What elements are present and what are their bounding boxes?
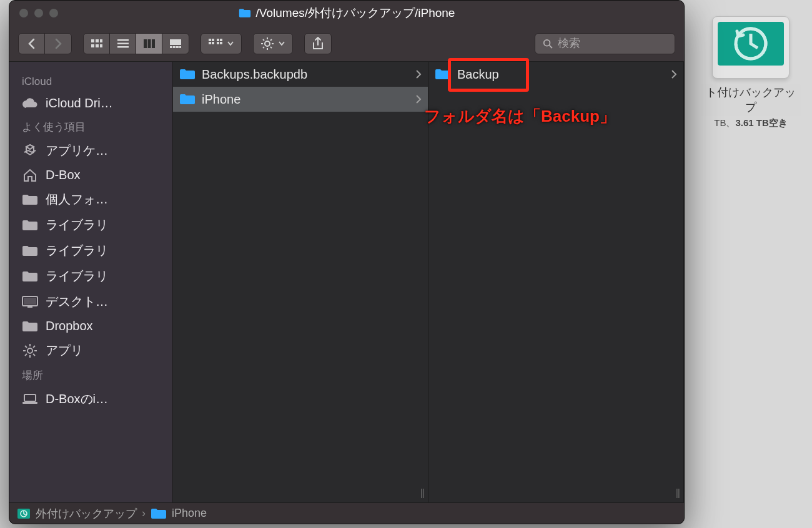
svg-rect-16 bbox=[176, 46, 179, 48]
svg-rect-17 bbox=[179, 46, 181, 48]
svg-rect-22 bbox=[217, 39, 219, 41]
view-mode-selector bbox=[83, 33, 189, 54]
sidebar-item[interactable]: アプリ bbox=[9, 338, 172, 363]
chevron-right-icon bbox=[415, 95, 422, 104]
search-input[interactable] bbox=[558, 37, 667, 50]
toolbar bbox=[9, 26, 684, 62]
sidebar-item[interactable]: ライブラリ bbox=[9, 238, 172, 263]
gear-icon bbox=[261, 37, 274, 50]
sidebar-item[interactable]: アプリケ… bbox=[9, 138, 172, 164]
svg-point-26 bbox=[265, 41, 270, 46]
svg-rect-21 bbox=[212, 42, 214, 44]
chevron-right-icon bbox=[54, 38, 62, 49]
folder-icon bbox=[22, 218, 38, 232]
svg-rect-12 bbox=[152, 39, 155, 48]
svg-line-45 bbox=[25, 346, 27, 348]
sidebar-item-label: アプリ bbox=[46, 342, 83, 359]
list-item[interactable]: Backups.backupdb bbox=[173, 62, 428, 87]
list-icon bbox=[117, 39, 129, 49]
view-icon-button[interactable] bbox=[84, 34, 110, 54]
share-button[interactable] bbox=[304, 33, 332, 54]
gallery-icon bbox=[169, 39, 182, 49]
time-machine-drive-icon bbox=[712, 16, 790, 79]
folder-icon bbox=[22, 270, 38, 283]
minimize-button[interactable] bbox=[34, 9, 43, 17]
sidebar-item-label: iCloud Dri… bbox=[46, 96, 113, 110]
sidebar-item[interactable]: 個人フォ… bbox=[9, 187, 172, 212]
sidebar-item[interactable]: iCloud Dri… bbox=[9, 92, 172, 115]
chevron-left-icon bbox=[27, 38, 36, 49]
tm-drive-icon bbox=[17, 508, 31, 519]
path-segment[interactable]: 外付けバックアップ bbox=[36, 506, 137, 521]
sidebar-item-label: ライブラリ bbox=[46, 242, 108, 259]
desktop-drive[interactable]: ト付けバックアップ TB、3.61 TB空き bbox=[701, 16, 801, 129]
search-icon bbox=[543, 38, 553, 49]
sidebar-item-label: ライブラリ bbox=[46, 217, 108, 233]
folder-icon bbox=[22, 193, 38, 207]
svg-rect-4 bbox=[91, 44, 94, 47]
svg-line-47 bbox=[33, 346, 35, 348]
svg-rect-25 bbox=[220, 42, 222, 44]
list-item-label: Backups.backupdb bbox=[202, 67, 307, 82]
chevron-down-icon bbox=[227, 41, 234, 46]
chevron-right-icon bbox=[415, 70, 422, 79]
svg-line-33 bbox=[270, 39, 272, 41]
sidebar-item-label: D-Box bbox=[46, 168, 81, 182]
folder-icon bbox=[22, 320, 38, 333]
forward-button[interactable] bbox=[45, 34, 71, 54]
sidebar-item[interactable]: ライブラリ bbox=[9, 263, 172, 289]
view-list-button[interactable] bbox=[110, 34, 136, 54]
path-bar: 外付けバックアップ›iPhone bbox=[9, 502, 684, 524]
sidebar-item[interactable]: D-Boxのi… bbox=[9, 386, 172, 412]
svg-rect-38 bbox=[24, 298, 36, 305]
sidebar-item-label: D-Boxのi… bbox=[46, 391, 108, 408]
view-gallery-button[interactable] bbox=[162, 34, 189, 54]
back-button[interactable] bbox=[19, 34, 45, 54]
svg-rect-2 bbox=[96, 39, 99, 42]
svg-line-31 bbox=[263, 39, 264, 41]
close-button[interactable] bbox=[19, 9, 28, 17]
clock-icon bbox=[732, 25, 770, 62]
folder-icon bbox=[179, 68, 196, 81]
browser-column: Backups.backupdbiPhone|| bbox=[173, 62, 428, 502]
browser-column: Backup|| bbox=[428, 62, 684, 502]
svg-line-32 bbox=[270, 47, 272, 48]
group-icon bbox=[209, 39, 222, 49]
list-item[interactable]: iPhone bbox=[173, 87, 428, 112]
folder-icon bbox=[22, 244, 38, 258]
sidebar-item[interactable]: デスクト… bbox=[9, 289, 172, 315]
column-resize-handle[interactable]: || bbox=[676, 487, 680, 499]
svg-rect-20 bbox=[209, 42, 211, 44]
path-segment[interactable]: iPhone bbox=[172, 507, 207, 520]
folder-icon bbox=[179, 93, 196, 105]
titlebar: /Volumes/外付けバックアップ/iPhone bbox=[9, 1, 684, 26]
columns-icon bbox=[143, 39, 156, 49]
action-menu-button[interactable] bbox=[253, 33, 293, 54]
sidebar-item[interactable]: D-Box bbox=[9, 164, 172, 187]
svg-rect-39 bbox=[27, 306, 32, 308]
folder-icon bbox=[151, 507, 167, 520]
group-by-button[interactable] bbox=[201, 33, 242, 54]
grid-icon bbox=[91, 39, 103, 49]
svg-rect-18 bbox=[209, 39, 211, 41]
sidebar-item[interactable]: Dropbox bbox=[9, 315, 172, 338]
svg-rect-19 bbox=[212, 39, 214, 41]
svg-point-40 bbox=[27, 348, 32, 353]
share-icon bbox=[312, 37, 324, 51]
window-controls bbox=[19, 9, 58, 17]
svg-rect-3 bbox=[100, 39, 102, 42]
home-icon bbox=[22, 169, 38, 182]
column-resize-handle[interactable]: || bbox=[420, 487, 424, 499]
svg-rect-5 bbox=[96, 44, 99, 47]
svg-rect-15 bbox=[173, 46, 176, 48]
cloud-icon bbox=[22, 97, 38, 110]
sidebar-item[interactable]: ライブラリ bbox=[9, 212, 172, 238]
svg-point-35 bbox=[544, 39, 550, 46]
sidebar-item-label: デスクト… bbox=[46, 293, 108, 310]
view-column-button[interactable] bbox=[136, 34, 162, 54]
sidebar-section-header: iCloud bbox=[9, 71, 172, 92]
zoom-button[interactable] bbox=[49, 9, 58, 17]
column-browser: Backups.backupdbiPhone||Backup|| フォルダ名は「… bbox=[173, 62, 684, 502]
search-field[interactable] bbox=[535, 33, 675, 54]
chevron-down-icon bbox=[279, 41, 285, 46]
